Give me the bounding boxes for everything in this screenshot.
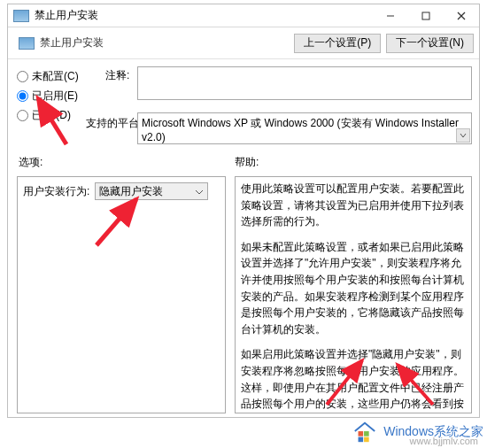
help-panel: 使用此策略设置可以配置用户安装。若要配置此策略设置，请将其设置为已启用并使用下拉… — [235, 176, 472, 413]
platform-label: 支持的平台: — [86, 116, 142, 131]
help-label: 帮助: — [235, 155, 259, 170]
comment-label: 注释: — [105, 68, 129, 83]
platform-text: Microsoft Windows XP 或 Windows 2000 (安装有… — [142, 117, 459, 143]
main-area: 未配置(C) 已启用(E) 已 用(D) 注释: 支持的平台: Microsof… — [8, 59, 479, 417]
options-panel: 用户安装行为: 隐藏用户安装 — [17, 176, 226, 413]
radio-enabled-input[interactable] — [17, 90, 28, 102]
settings-icon — [19, 37, 35, 50]
behavior-combobox[interactable]: 隐藏用户安装 — [95, 182, 208, 200]
house-icon — [352, 420, 378, 444]
options-label: 选项: — [19, 155, 43, 170]
behavior-combobox-value: 隐藏用户安装 — [99, 184, 163, 199]
app-icon — [13, 10, 29, 22]
platform-box: Microsoft Windows XP 或 Windows 2000 (安装有… — [137, 112, 472, 144]
toolbar-title: 禁止用户安装 — [40, 35, 104, 50]
previous-setting-button[interactable]: 上一个设置(P) — [294, 34, 381, 53]
svg-rect-8 — [359, 431, 364, 436]
toolbar-title-group: 禁止用户安装 — [13, 35, 104, 50]
radio-enabled-label: 已启用(E) — [32, 89, 78, 104]
close-button[interactable] — [444, 4, 479, 27]
radio-disabled-input[interactable] — [17, 110, 28, 121]
help-p2: 如果未配置此策略设置，或者如果已启用此策略设置并选择了"允许用户安装"，则安装程… — [241, 239, 466, 338]
platform-scroll-down[interactable] — [456, 128, 470, 143]
option-row-behavior: 用户安装行为: 隐藏用户安装 — [18, 177, 225, 205]
minimize-button[interactable] — [373, 4, 408, 27]
radio-disabled-label: 已 用(D) — [32, 108, 71, 123]
svg-rect-1 — [422, 12, 429, 19]
watermark-url: www.bjjmlv.com — [410, 436, 478, 446]
toolbar: 禁止用户安装 上一个设置(P) 下一个设置(N) — [8, 27, 479, 59]
svg-rect-9 — [364, 431, 369, 436]
maximize-button[interactable] — [408, 4, 444, 27]
state-radio-group: 未配置(C) 已启用(E) 已 用(D) — [17, 66, 92, 125]
window: 禁止用户安装 禁止用户安装 上一个设置(P) 下一个设置(N) 未配置(C) — [7, 4, 480, 418]
chevron-down-icon — [195, 187, 204, 199]
comment-input[interactable] — [137, 66, 472, 100]
radio-not-configured[interactable]: 未配置(C) — [17, 66, 92, 86]
radio-enabled[interactable]: 已启用(E) — [17, 86, 92, 105]
radio-disabled[interactable]: 已 用(D) — [17, 105, 92, 125]
svg-rect-11 — [364, 437, 369, 443]
help-p3: 如果启用此策略设置并选择"隐藏用户安装"，则安装程序将忽略按照每个用户安装的应用… — [241, 346, 466, 413]
next-setting-button[interactable]: 下一个设置(N) — [386, 34, 474, 53]
radio-not-configured-input[interactable] — [17, 71, 28, 82]
help-p1: 使用此策略设置可以配置用户安装。若要配置此策略设置，请将其设置为已启用并使用下拉… — [241, 181, 466, 230]
titlebar: 禁止用户安装 — [8, 4, 479, 27]
svg-rect-10 — [359, 437, 364, 443]
behavior-label: 用户安装行为: — [23, 184, 89, 199]
window-title: 禁止用户安装 — [35, 8, 373, 23]
radio-not-configured-label: 未配置(C) — [32, 69, 79, 84]
